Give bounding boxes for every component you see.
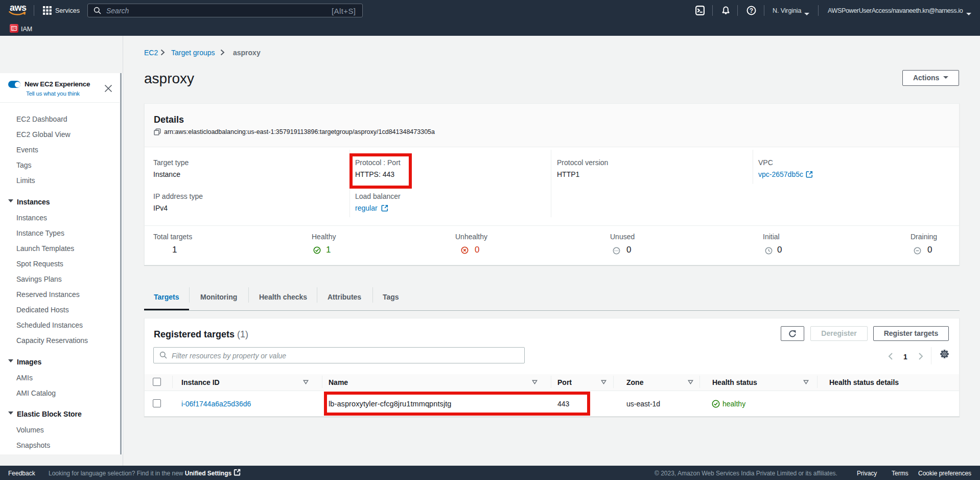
svg-text:?: ? — [750, 7, 753, 14]
